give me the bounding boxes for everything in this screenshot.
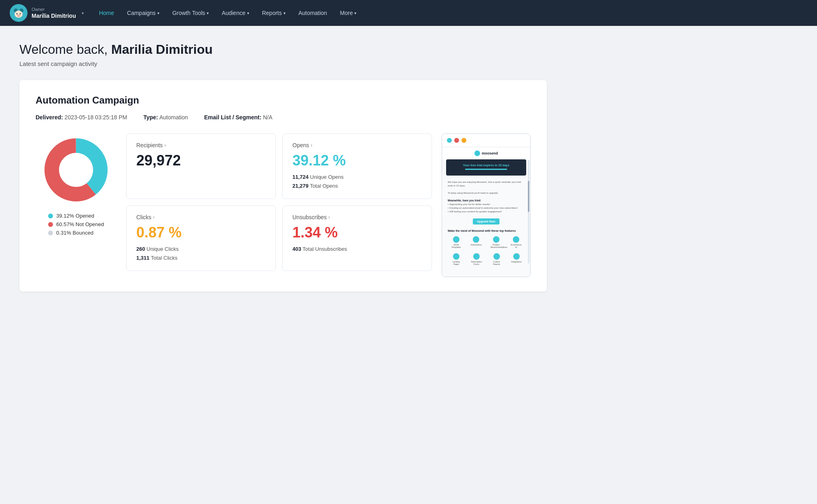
- opens-title[interactable]: Opens ›: [292, 142, 422, 148]
- recipients-title[interactable]: Recipients ›: [136, 142, 266, 148]
- opens-value: 39.12 %: [292, 153, 422, 168]
- preview-logo-text: moosend: [482, 151, 498, 155]
- reports-chevron-icon: ▾: [284, 11, 286, 15]
- preview-icon-automations: Automations: [470, 236, 482, 248]
- legend-bounced: 0.31% Bounced: [48, 230, 104, 236]
- preview-dot-teal: [447, 138, 452, 143]
- integrations-label: Integrations: [511, 260, 522, 263]
- nav-item-reports[interactable]: Reports ▾: [256, 6, 291, 19]
- preview-features-title: Make the most of Moosend with these top …: [442, 228, 530, 234]
- nav-home-label: Home: [99, 10, 114, 16]
- landing-pages-label: Landing Pages: [451, 260, 462, 265]
- unsubscribes-value: 1.34 %: [292, 225, 422, 240]
- automations-icon: [473, 236, 479, 243]
- preview-banner: Your free trial expires in 15 days: [446, 159, 526, 176]
- welcome-title: Welcome back, Marilia Dimitriou: [19, 42, 547, 57]
- preview-dot-red: [454, 138, 459, 143]
- preview-logo-row: moosend: [442, 147, 530, 159]
- stat-box-opens: Opens › 39.12 % 11,724 Unique Opens 21,2…: [282, 133, 432, 199]
- clicks-arrow-icon: ›: [153, 214, 155, 220]
- ecommerce-ai-icon: [513, 236, 519, 243]
- email-templates-label: Email Templates: [451, 244, 462, 248]
- stat-box-clicks: Clicks › 0.87 % 260 Unique Clicks 1,311 …: [126, 205, 276, 271]
- preview-upgrade-button[interactable]: Upgrade Now: [473, 218, 499, 224]
- nav-campaigns-label: Campaigns: [127, 10, 156, 16]
- stat-box-recipients: Recipients › 29,972: [126, 133, 276, 199]
- clicks-title[interactable]: Clicks ›: [136, 214, 266, 220]
- preview-icons-row-2: Landing Pages Subscription Forms Custom …: [442, 251, 530, 268]
- legend-label-not-opened: 60.57% Not Opened: [56, 221, 104, 227]
- nav-audience-label: Audience: [222, 10, 245, 16]
- more-chevron-icon: ▾: [354, 11, 356, 15]
- owner-chevron-icon[interactable]: ▾: [82, 11, 84, 15]
- nav-item-home[interactable]: Home: [93, 6, 120, 19]
- preview-icon-landing: Landing Pages: [451, 253, 462, 265]
- campaign-meta: Delivered: 2023-05-18 03:25:18 PM Type: …: [36, 114, 531, 121]
- stats-layout: 39.12% Opened 60.57% Not Opened 0.31% Bo…: [36, 133, 531, 277]
- recipients-value: 29,972: [136, 153, 266, 168]
- campaigns-chevron-icon: ▾: [157, 11, 159, 15]
- nav-reports-label: Reports: [262, 10, 282, 16]
- delivered-field: Delivered: 2023-05-18 03:25:18 PM: [36, 114, 127, 121]
- legend-label-bounced: 0.31% Bounced: [56, 230, 93, 236]
- nav-items: Home Campaigns ▾ Growth Tools ▾ Audience…: [93, 6, 807, 19]
- preview-icon-integrations: Integrations: [511, 253, 522, 265]
- campaign-title: Automation Campaign: [36, 95, 531, 106]
- legend-dot-not-opened: [48, 222, 53, 227]
- preview-icon-email-templates: Email Templates: [451, 236, 462, 248]
- custom-reports-icon: [493, 253, 500, 260]
- email-preview-frame: moosend Your free trial expires in 15 da…: [442, 133, 531, 277]
- preview-icons-row-1: Email Templates Automations Product Reco…: [442, 234, 530, 251]
- email-list-field: Email List / Segment: N/A: [204, 114, 273, 121]
- integrations-icon: [513, 253, 520, 260]
- product-rec-label: Product Recommendations: [491, 244, 502, 248]
- stat-boxes: Recipients › 29,972 Opens › 39.12 % 11,7…: [126, 133, 432, 271]
- nav-item-campaigns[interactable]: Campaigns ▾: [121, 6, 165, 19]
- landing-pages-icon: [453, 253, 459, 260]
- email-preview-section: moosend Your free trial expires in 15 da…: [442, 133, 531, 277]
- preview-scrollbar-thumb: [528, 181, 529, 212]
- unsubscribes-title[interactable]: Unsubscribes ›: [292, 214, 422, 220]
- preview-icon-custom-reports: Custom Reports: [491, 253, 502, 265]
- welcome-name: Marilia Dimitriou: [111, 42, 213, 57]
- legend-not-opened: 60.57% Not Opened: [48, 221, 104, 227]
- donut-legend: 39.12% Opened 60.57% Not Opened 0.31% Bo…: [48, 213, 104, 236]
- preview-icon-subscription: Subscription Forms: [471, 253, 482, 265]
- preview-dot-yellow: [461, 138, 466, 143]
- product-rec-icon: [493, 236, 500, 243]
- subscription-icon: [473, 253, 480, 260]
- preview-icon-ecommerce-ai: Ecommerce AI: [510, 236, 522, 248]
- owner-label: Owner: [32, 7, 76, 12]
- legend-dot-opened: [48, 214, 53, 218]
- svg-point-11: [59, 153, 93, 187]
- nav-item-audience[interactable]: Audience ▾: [216, 6, 254, 19]
- unsubscribes-sub: 403 Total Unsubscribes: [292, 245, 422, 254]
- unsubscribes-arrow-icon: ›: [328, 214, 330, 220]
- opens-arrow-icon: ›: [311, 142, 312, 148]
- svg-point-4: [17, 13, 18, 15]
- preview-banner-text: Your free trial expires in 15 days: [463, 163, 510, 167]
- custom-reports-label: Custom Reports: [491, 260, 502, 265]
- ecommerce-ai-label: Ecommerce AI: [510, 244, 522, 248]
- subscription-label: Subscription Forms: [471, 260, 482, 265]
- welcome-subtitle: Latest sent campaign activity: [19, 60, 547, 67]
- main-content: Welcome back, Marilia Dimitriou Latest s…: [0, 26, 566, 308]
- clicks-sub: 260 Unique Clicks 1,311 Total Clicks: [136, 245, 266, 263]
- nav-growth-tools-label: Growth Tools: [172, 10, 205, 16]
- preview-cta[interactable]: Upgrade Now: [442, 218, 530, 224]
- preview-scrollbar[interactable]: [528, 160, 529, 264]
- legend-opened: 39.12% Opened: [48, 213, 104, 219]
- nav-item-growth-tools[interactable]: Growth Tools ▾: [167, 6, 214, 19]
- legend-label-opened: 39.12% Opened: [56, 213, 94, 219]
- donut-chart: [40, 133, 112, 206]
- preview-text-body1: We hope you are enjoying Moosend. Just a…: [442, 179, 530, 215]
- campaign-card: Automation Campaign Delivered: 2023-05-1…: [19, 80, 547, 292]
- legend-dot-bounced: [48, 231, 53, 235]
- nav-automation-label: Automation: [298, 10, 327, 16]
- donut-section: 39.12% Opened 60.57% Not Opened 0.31% Bo…: [36, 133, 116, 236]
- nav-item-automation[interactable]: Automation: [293, 6, 333, 19]
- nav-item-more[interactable]: More ▾: [334, 6, 362, 19]
- nav-brand[interactable]: Owner Marilia Dimitriou ▾: [10, 4, 84, 22]
- owner-name: Marilia Dimitriou: [32, 13, 76, 19]
- opens-sub: 11,724 Unique Opens 21,279 Total Opens: [292, 173, 422, 191]
